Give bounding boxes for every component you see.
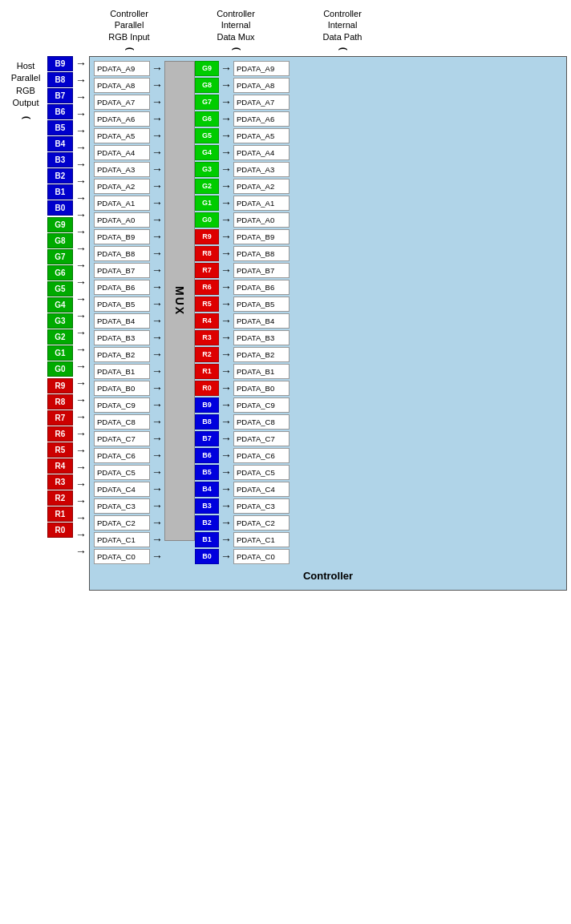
mux-color-box: R9 bbox=[195, 229, 219, 244]
right-arrow: → bbox=[220, 61, 233, 76]
inner-arrow: → bbox=[151, 196, 164, 211]
left-arrow: → bbox=[74, 460, 88, 475]
signal-box: R8 bbox=[47, 394, 73, 410]
signal-box: G8 bbox=[47, 233, 73, 248]
pdata-right-box: PDATA_B0 bbox=[233, 381, 290, 396]
pdata-box: PDATA_A6 bbox=[94, 111, 150, 127]
mux-color-box: G9 bbox=[195, 61, 219, 76]
right-arrow: → bbox=[220, 145, 233, 160]
inner-arrow: → bbox=[151, 95, 164, 110]
left-arrow: → bbox=[74, 258, 88, 273]
mux-color-box: G3 bbox=[195, 162, 219, 177]
pdata-right-box: PDATA_C9 bbox=[233, 397, 290, 413]
inner-arrow: → bbox=[151, 482, 164, 497]
pdata-box: PDATA_B6 bbox=[94, 280, 150, 295]
header-ctrl-mux: ControllerInternalData Mux ⌢ bbox=[184, 8, 288, 54]
signal-box: G7 bbox=[47, 249, 73, 264]
header-ctrl-parallel: ControllerParallelRGB Input ⌢ bbox=[89, 8, 169, 54]
pdata-right-box: PDATA_B6 bbox=[233, 280, 290, 295]
mux-color-box: B1 bbox=[195, 532, 219, 547]
pdata-box: PDATA_C8 bbox=[94, 414, 150, 430]
inner-arrow: → bbox=[151, 78, 164, 93]
right-arrows: →→→→→→→→→→→→→→→→→→→→→→→→→→→→→→ bbox=[220, 61, 233, 565]
mux-color-box: G5 bbox=[195, 128, 219, 143]
inner-arrow: → bbox=[151, 414, 164, 430]
mux-color-box: B5 bbox=[195, 465, 219, 480]
pdata-box: PDATA_A9 bbox=[94, 61, 150, 76]
inner-arrow: → bbox=[151, 212, 164, 228]
inner-arrow: → bbox=[151, 297, 164, 312]
pdata-box: PDATA_B7 bbox=[94, 263, 150, 278]
pdata-right-box: PDATA_B1 bbox=[233, 364, 290, 379]
inner-arrow: → bbox=[151, 549, 164, 564]
signal-box: G4 bbox=[47, 297, 73, 313]
inner-arrows: →→→→→→→→→→→→→→→→→→→→→→→→→→→→→→ bbox=[151, 61, 164, 565]
controller-box: PDATA_A9PDATA_A8PDATA_A7PDATA_A6PDATA_A5… bbox=[89, 56, 567, 591]
mux-color-box: B9 bbox=[195, 397, 219, 413]
right-arrow: → bbox=[220, 263, 233, 278]
left-arrow: → bbox=[74, 224, 88, 240]
right-arrow: → bbox=[220, 381, 233, 396]
left-arrow: → bbox=[74, 140, 88, 155]
signal-box: B3 bbox=[47, 152, 73, 167]
pdata-box: PDATA_B4 bbox=[94, 313, 150, 329]
signal-box: B0 bbox=[47, 200, 73, 216]
inner-arrow: → bbox=[151, 364, 164, 379]
pdata-right-box: PDATA_B3 bbox=[233, 330, 290, 345]
left-arrow: → bbox=[74, 325, 88, 341]
pdata-box: PDATA_A3 bbox=[94, 162, 150, 177]
pdata-box: PDATA_B8 bbox=[94, 246, 150, 261]
right-arrow: → bbox=[220, 431, 233, 446]
left-arrow: → bbox=[74, 359, 88, 374]
pdata-box: PDATA_C5 bbox=[94, 465, 150, 480]
inner-arrow: → bbox=[151, 246, 164, 261]
pdata-box: PDATA_C3 bbox=[94, 498, 150, 514]
signal-box: B2 bbox=[47, 168, 73, 184]
pdata-right-box: PDATA_A6 bbox=[233, 111, 290, 127]
controller-bottom-label: Controller bbox=[94, 570, 562, 582]
signal-box: G5 bbox=[47, 281, 73, 297]
mux-color-box: G8 bbox=[195, 78, 219, 93]
pdata-box: PDATA_B2 bbox=[94, 347, 150, 362]
right-arrow: → bbox=[220, 78, 233, 93]
signal-box: G1 bbox=[47, 345, 73, 361]
inner-arrow: → bbox=[151, 263, 164, 278]
left-arrow: → bbox=[74, 544, 88, 559]
mux-color-box: G6 bbox=[195, 111, 219, 127]
pdata-right-box: PDATA_C1 bbox=[233, 532, 290, 547]
signal-box: G3 bbox=[47, 313, 73, 329]
pdata-right-box: PDATA_A2 bbox=[233, 179, 290, 194]
left-arrow: → bbox=[74, 527, 88, 543]
pdata-right-box: PDATA_B5 bbox=[233, 297, 290, 312]
right-arrow: → bbox=[220, 397, 233, 413]
right-arrow: → bbox=[220, 330, 233, 345]
mux-color-box: G1 bbox=[195, 196, 219, 211]
inner-arrow: → bbox=[151, 465, 164, 480]
host-parallel-label: Host ParallelRGB Output ⌢ bbox=[4, 56, 47, 123]
left-arrow: → bbox=[74, 90, 88, 105]
mux-color-box: R5 bbox=[195, 297, 219, 312]
right-arrow: → bbox=[220, 313, 233, 329]
right-arrow: → bbox=[220, 212, 233, 228]
pdata-right-box: PDATA_C7 bbox=[233, 431, 290, 446]
pdata-right-box: PDATA_A1 bbox=[233, 196, 290, 211]
inner-arrow: → bbox=[151, 145, 164, 160]
pdata-box: PDATA_A0 bbox=[94, 212, 150, 228]
pdata-box: PDATA_B5 bbox=[94, 297, 150, 312]
pdata-right-box: PDATA_B8 bbox=[233, 246, 290, 261]
signal-box: G2 bbox=[47, 329, 73, 345]
inner-arrow: → bbox=[151, 128, 164, 143]
left-arrow: → bbox=[74, 241, 88, 256]
left-arrow: → bbox=[74, 174, 88, 189]
pdata-box: PDATA_C6 bbox=[94, 448, 150, 463]
right-arrow: → bbox=[220, 246, 233, 261]
inner-arrow: → bbox=[151, 61, 164, 76]
pdata-box: PDATA_B1 bbox=[94, 364, 150, 379]
green-signals: G9G8G7G6G5G4G3G2G1G0 bbox=[47, 217, 73, 377]
pdata-right-box: PDATA_B9 bbox=[233, 229, 290, 244]
inner-arrow: → bbox=[151, 111, 164, 127]
pdata-right-box: PDATA_B7 bbox=[233, 263, 290, 278]
signal-box: B9 bbox=[47, 56, 73, 71]
page: ControllerParallelRGB Input ⌢ Controller… bbox=[0, 0, 571, 599]
red-signals: R9R8R7R6R5R4R3R2R1R0 bbox=[47, 378, 73, 539]
